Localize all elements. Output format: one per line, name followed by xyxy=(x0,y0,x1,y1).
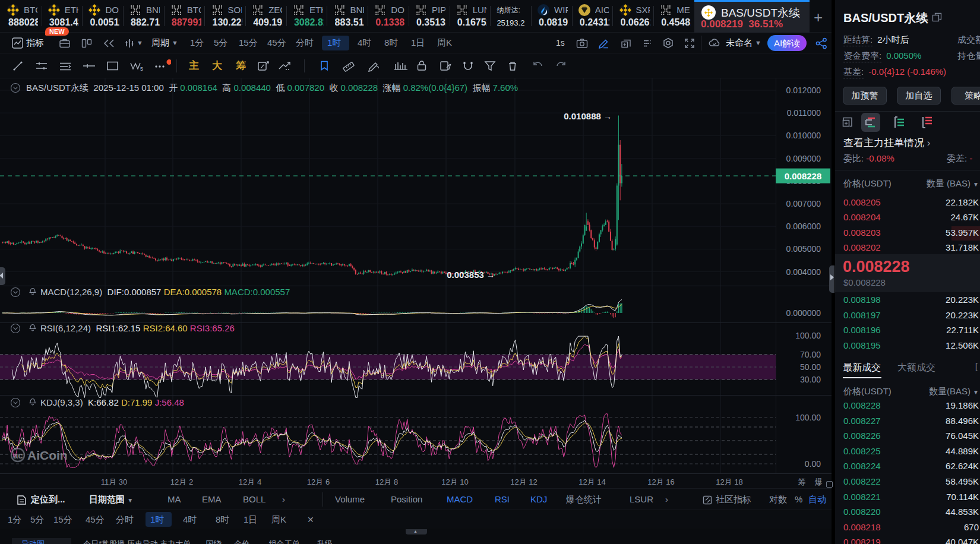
svg-text:AiCoin: AiCoin xyxy=(27,448,68,462)
svg-text:0.010888 →: 0.010888 → xyxy=(564,111,612,121)
svg-text:100.00: 100.00 xyxy=(795,331,821,340)
svg-text:30.00: 30.00 xyxy=(800,375,821,384)
svg-text:ac: ac xyxy=(13,450,23,460)
svg-text:0.005000: 0.005000 xyxy=(786,244,821,254)
svg-text:0.00: 0.00 xyxy=(805,459,821,469)
svg-text:0.011000: 0.011000 xyxy=(787,108,821,118)
svg-text:0.009000: 0.009000 xyxy=(786,154,821,163)
svg-text:100.00: 100.00 xyxy=(795,413,821,422)
svg-text:0.008228: 0.008228 xyxy=(785,171,822,181)
svg-text:KDJ(9,3,3) K:66.82 D:71.99 J:: KDJ(9,3,3) K:66.82 D:71.99 J:56.48 xyxy=(40,397,184,407)
svg-text:0.010000: 0.010000 xyxy=(786,131,821,140)
svg-text:RSI(6,12,24) RSI1:62.15 RSI2:: RSI(6,12,24) RSI1:62.15 RSI2:64.60 RSI3:… xyxy=(40,323,235,333)
svg-text:0.012000: 0.012000 xyxy=(786,86,821,95)
svg-text:50.00: 50.00 xyxy=(800,362,821,372)
svg-text:0.000000: 0.000000 xyxy=(786,308,821,318)
svg-text:0.003853 →: 0.003853 → xyxy=(447,270,495,280)
svg-text:BAS/USDT永续 2025-12-15 01:00: BAS/USDT永续 2025-12-15 01:00 开 0.008164 高… xyxy=(26,83,518,93)
svg-text:0.004000: 0.004000 xyxy=(786,267,821,277)
svg-text:70.00: 70.00 xyxy=(800,350,821,359)
svg-text:0.006000: 0.006000 xyxy=(786,222,821,231)
svg-text:0.007000: 0.007000 xyxy=(786,199,821,208)
svg-text:MACD(12,26,9) DIF:0.000857 DE: MACD(12,26,9) DIF:0.000857 DEA:0.000578 … xyxy=(40,287,290,297)
